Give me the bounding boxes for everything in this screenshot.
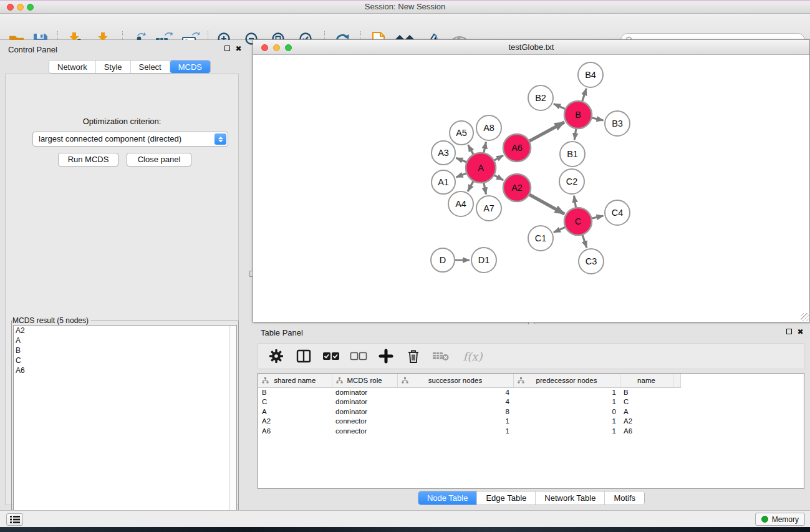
edge-C-C1[interactable] [554, 227, 566, 233]
column-header-predecessor-nodes[interactable]: predecessor nodes [513, 374, 620, 387]
hierarchy-icon [402, 377, 408, 384]
close-panel-button[interactable]: Close panel [127, 153, 191, 167]
edge-A6-B[interactable] [528, 122, 564, 142]
create-column-button[interactable] [377, 347, 395, 365]
cell[interactable]: A6 [620, 426, 673, 436]
float-table-panel-icon[interactable] [785, 328, 793, 336]
edge-B-B4[interactable] [582, 89, 586, 102]
edge-B-B2[interactable] [554, 104, 566, 109]
node-table: shared nameMCDS rolesuccessor nodesprede… [258, 373, 804, 489]
delete-table-button[interactable] [432, 347, 450, 365]
graph-node-label: C3 [586, 256, 597, 266]
close-panel-icon[interactable]: ✖ [234, 45, 243, 53]
plus-icon [378, 349, 393, 364]
criterion-dropdown[interactable]: largest connected component (directed) [32, 132, 228, 147]
cell[interactable]: dominator [332, 397, 397, 407]
cell[interactable]: 4 [397, 387, 513, 397]
cell[interactable]: connector [332, 417, 397, 427]
graph-node-label: A4 [455, 199, 466, 209]
edge-A-A5[interactable] [468, 145, 474, 155]
table-row-A6[interactable]: A6connector11A6 [258, 426, 680, 436]
float-panel-icon[interactable] [223, 45, 231, 53]
result-list-item[interactable]: A2 [14, 326, 229, 336]
tab-style[interactable]: Style [96, 60, 131, 73]
result-list-item[interactable]: B [14, 346, 229, 355]
gear-icon [268, 348, 284, 364]
cell[interactable]: 1 [513, 417, 620, 427]
cell[interactable]: connector [332, 426, 397, 436]
close-table-panel-icon[interactable]: ✖ [796, 328, 804, 336]
tab-node-table[interactable]: Node Table [418, 491, 478, 505]
tab-network-table[interactable]: Network Table [536, 491, 605, 505]
edge-A2-C[interactable] [528, 194, 564, 214]
cell[interactable]: 4 [397, 397, 513, 407]
table-row-B[interactable]: Bdominator41B [258, 387, 680, 397]
result-list-item[interactable]: C [14, 355, 229, 365]
edge-C-C3[interactable] [582, 234, 587, 248]
result-list-item[interactable]: A6 [14, 365, 229, 375]
edge-C-C2[interactable] [574, 196, 576, 209]
unselect-all-columns-button[interactable] [349, 347, 368, 365]
graph-node-label: C4 [612, 208, 624, 218]
column-header-MCDS-role[interactable]: MCDS role [332, 374, 397, 387]
tab-mcds[interactable]: MCDS [170, 60, 210, 73]
show-column-panel-button[interactable] [294, 347, 313, 365]
graph-node-label: B3 [612, 118, 623, 128]
cell[interactable]: 1 [513, 426, 620, 436]
tab-edge-table[interactable]: Edge Table [477, 491, 536, 505]
cell[interactable]: 1 [397, 426, 513, 436]
cell[interactable]: B [258, 387, 332, 397]
cell[interactable]: A [258, 407, 332, 417]
cell[interactable]: dominator [332, 407, 397, 417]
delete-column-button[interactable] [404, 347, 423, 365]
cell[interactable]: A6 [258, 426, 332, 436]
edge-A-A2[interactable] [493, 175, 503, 180]
cell[interactable]: C [258, 397, 332, 407]
network-view-window: testGlobe.txt B4B2BB3A5A8A6A3B1AA1C2A2A4… [253, 39, 810, 322]
tab-network[interactable]: Network [49, 60, 96, 73]
edge-B-B3[interactable] [591, 118, 603, 120]
memory-button[interactable]: Memory [755, 513, 805, 526]
table-row-A[interactable]: Adominator80A [258, 407, 680, 417]
table-row-A2[interactable]: A2connector11A2 [258, 417, 680, 427]
dropdown-stepper-icon [215, 133, 226, 145]
column-header-successor-nodes[interactable]: successor nodes [397, 374, 513, 387]
cell[interactable]: 1 [397, 417, 513, 427]
graph-node-label: A [478, 163, 484, 173]
cell[interactable]: A [620, 407, 673, 417]
cell[interactable]: A2 [258, 417, 332, 427]
edge-A-A1[interactable] [456, 173, 468, 177]
cell[interactable]: 0 [513, 407, 620, 417]
task-history-button[interactable] [6, 513, 23, 526]
left-resize-handle[interactable] [249, 271, 253, 277]
edge-A-A6[interactable] [493, 155, 503, 161]
tab-motifs[interactable]: Motifs [605, 491, 644, 505]
function-builder-button[interactable]: f(x) [459, 347, 486, 365]
graph-node-label: B [575, 110, 581, 120]
cell[interactable]: A2 [620, 417, 673, 427]
edge-A-A4[interactable] [468, 180, 474, 191]
tab-select[interactable]: Select [131, 60, 170, 73]
edge-A-A8[interactable] [484, 142, 486, 154]
edge-A-A3[interactable] [456, 158, 467, 162]
edge-B-B1[interactable] [574, 128, 576, 140]
network-canvas[interactable]: B4B2BB3A5A8A6A3B1AA1C2A2A4A7C4CC1C3DD1 [253, 55, 809, 322]
edge-A-A7[interactable] [484, 182, 486, 195]
select-all-columns-button[interactable] [322, 347, 340, 365]
result-list-item[interactable]: A [14, 336, 229, 346]
resize-grip-icon[interactable] [801, 313, 809, 321]
result-scrollbar[interactable] [229, 325, 237, 531]
cell[interactable]: 1 [513, 387, 620, 397]
edge-C-C4[interactable] [591, 216, 603, 218]
cell[interactable]: dominator [332, 387, 397, 397]
run-mcds-button[interactable]: Run MCDS [58, 153, 118, 167]
cell[interactable]: 8 [397, 407, 513, 417]
cell[interactable]: C [620, 397, 673, 407]
table-settings-button[interactable] [267, 347, 286, 365]
cell[interactable]: B [620, 387, 673, 397]
table-row-C[interactable]: Cdominator41C [258, 397, 680, 407]
mcds-panel-body: Optimization criterion: largest connecte… [5, 74, 239, 505]
cell[interactable]: 1 [513, 397, 620, 407]
column-header-name[interactable]: name [620, 374, 673, 387]
column-header-shared-name[interactable]: shared name [258, 374, 332, 387]
